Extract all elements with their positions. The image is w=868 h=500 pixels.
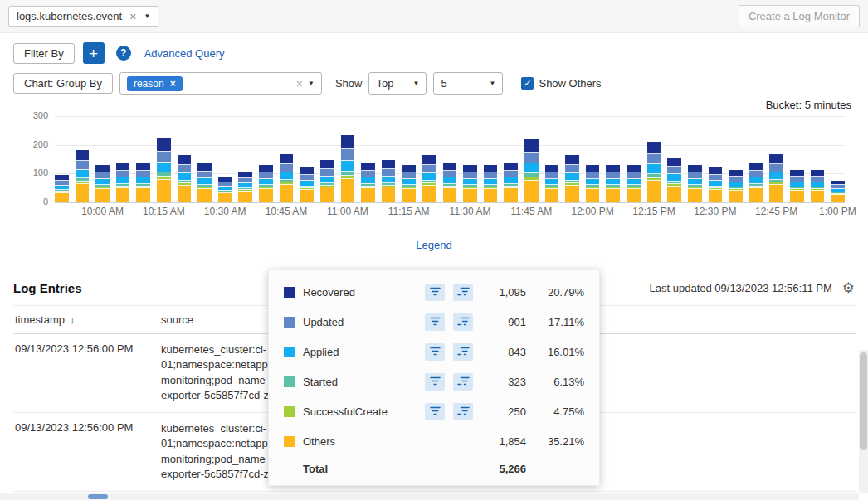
- group-by-button[interactable]: Chart: Group By: [13, 73, 113, 94]
- sort-desc-icon[interactable]: ↓: [70, 313, 76, 326]
- advanced-query-link[interactable]: Advanced Query: [144, 47, 225, 60]
- horizontal-scrollbar-thumb[interactable]: [88, 494, 108, 499]
- filter-exclude-button[interactable]: [453, 403, 473, 420]
- filter-include-icon: [430, 405, 441, 418]
- chart-bar-segment-recovered: [545, 165, 559, 172]
- chart-bar[interactable]: [606, 165, 620, 202]
- source-line: kubernetes_cluster:ci-: [161, 343, 266, 356]
- chart-bar-segment-applied: [443, 177, 457, 184]
- group-by-tag[interactable]: reason ×: [127, 76, 183, 91]
- chart-bar-segment-applied: [320, 177, 334, 183]
- vertical-scrollbar-thumb[interactable]: [860, 352, 867, 450]
- filter-exclude-button[interactable]: [453, 313, 473, 331]
- top-select[interactable]: Top ▼: [368, 72, 427, 95]
- index-selector[interactable]: logs.kubernetes.event × ▼: [8, 6, 158, 27]
- filter-include-button[interactable]: [425, 403, 445, 420]
- chart-bar[interactable]: [769, 154, 783, 202]
- vertical-scrollbar[interactable]: [859, 350, 868, 493]
- chart-bar-segment-others: [259, 189, 273, 202]
- chart-bar[interactable]: [178, 155, 192, 202]
- source-line: 01;namespace:netapp: [161, 358, 268, 371]
- chart-bar[interactable]: [76, 150, 90, 202]
- chart-bar-segment-applied: [769, 172, 783, 180]
- close-icon[interactable]: ×: [170, 78, 176, 90]
- chart-bar[interactable]: [382, 160, 396, 202]
- chart-bar[interactable]: [831, 181, 845, 202]
- help-icon[interactable]: ?: [116, 46, 131, 61]
- chart-bar[interactable]: [422, 155, 436, 202]
- chart-bar[interactable]: [504, 163, 518, 202]
- chart-bar[interactable]: [197, 163, 212, 202]
- chart-bar[interactable]: [320, 160, 334, 202]
- x-tick-slot: 11:45 AM: [524, 206, 539, 221]
- chart-bar[interactable]: [55, 175, 69, 202]
- chart-bar[interactable]: [218, 177, 232, 202]
- column-header-timestamp[interactable]: timestamp ↓: [15, 313, 161, 326]
- chart-bar[interactable]: [136, 163, 150, 202]
- chart-bar-segment-others: [545, 189, 559, 202]
- chart-bar-segment-others: [606, 189, 620, 202]
- x-tick-slot: [238, 206, 252, 221]
- create-log-monitor-button[interactable]: Create a Log Monitor: [739, 5, 860, 27]
- count-select[interactable]: 5 ▼: [433, 72, 503, 95]
- chart-bar[interactable]: [667, 158, 681, 202]
- chart-bar-segment-updated: [76, 161, 90, 170]
- chart-bar[interactable]: [811, 170, 825, 202]
- chart-bar[interactable]: [647, 142, 661, 202]
- clear-icon[interactable]: ×: [296, 77, 303, 90]
- chart-bar-segment-others: [709, 190, 723, 202]
- chart-bar-segment-recovered: [504, 163, 518, 171]
- filter-include-button[interactable]: [425, 284, 445, 301]
- add-filter-button[interactable]: +: [83, 42, 105, 64]
- filter-exclude-button[interactable]: [453, 284, 473, 301]
- filter-exclude-button[interactable]: [453, 343, 473, 361]
- chart-bar[interactable]: [157, 138, 171, 202]
- chart-bar[interactable]: [463, 165, 477, 202]
- chart-bar[interactable]: [524, 139, 539, 202]
- chart-bar[interactable]: [116, 163, 130, 202]
- chart-bar-segment-applied: [647, 164, 661, 174]
- chevron-down-icon[interactable]: ▼: [308, 80, 315, 87]
- chart-bar-segment-recovered: [709, 167, 723, 175]
- filter-include-button[interactable]: [425, 343, 445, 361]
- horizontal-scrollbar[interactable]: [0, 493, 859, 500]
- chart-bar[interactable]: [709, 167, 723, 202]
- chart-bar[interactable]: [361, 163, 375, 202]
- chart-bar[interactable]: [749, 163, 763, 202]
- close-icon[interactable]: ×: [129, 11, 136, 22]
- filter-by-button[interactable]: Filter By: [13, 43, 75, 64]
- gear-icon[interactable]: ⚙: [842, 279, 855, 297]
- filter-include-button[interactable]: [425, 373, 445, 391]
- chart-bar[interactable]: [688, 165, 702, 202]
- chart-bar-segment-recovered: [320, 160, 334, 169]
- chart-bar[interactable]: [790, 170, 804, 202]
- chart-bar-segment-others: [463, 189, 477, 202]
- legend-series-name: Updated: [303, 316, 417, 328]
- chart-bar[interactable]: [402, 165, 416, 202]
- x-tick-slot: 10:30 AM: [218, 206, 232, 221]
- chart-bar[interactable]: [259, 165, 273, 202]
- chart-bar[interactable]: [484, 165, 498, 202]
- chart-bar[interactable]: [729, 170, 743, 202]
- filter-exclude-button[interactable]: [453, 373, 473, 391]
- show-others-checkbox[interactable]: ✓: [521, 77, 534, 90]
- chart-bar-segment-others: [95, 189, 110, 202]
- chart-bar[interactable]: [545, 165, 559, 202]
- chart-bar[interactable]: [627, 165, 641, 202]
- chart-bar[interactable]: [300, 167, 314, 202]
- filter-include-button[interactable]: [425, 313, 445, 331]
- chart-bar[interactable]: [443, 163, 457, 202]
- chart-bar[interactable]: [280, 154, 294, 202]
- chevron-down-icon: ▼: [413, 80, 420, 87]
- group-by-combobox[interactable]: reason × × ▼: [119, 72, 322, 95]
- legend-link[interactable]: Legend: [0, 239, 868, 251]
- legend-row: SuccessfulCreate2504.75%: [284, 396, 584, 426]
- chart-bar[interactable]: [586, 165, 600, 202]
- chart-bar[interactable]: [341, 135, 355, 202]
- chart-bar-segment-recovered: [688, 165, 702, 172]
- chevron-down-icon[interactable]: ▼: [144, 13, 150, 20]
- chart-bar[interactable]: [238, 172, 252, 202]
- chart-bar[interactable]: [95, 165, 110, 202]
- chart-bar[interactable]: [565, 155, 579, 202]
- chart-bar-segment-applied: [341, 161, 355, 172]
